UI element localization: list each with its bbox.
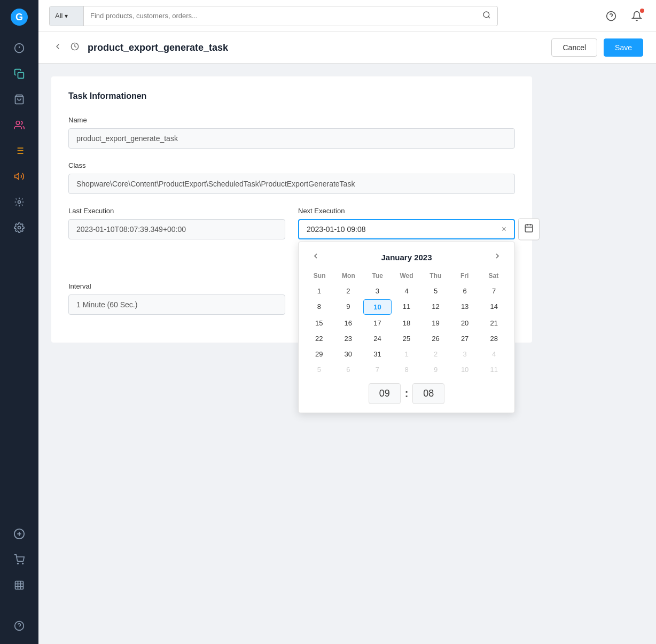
calendar-day[interactable]: 5 (421, 284, 450, 298)
help-button[interactable] (603, 7, 620, 25)
history-button[interactable] (68, 40, 81, 55)
svg-rect-5 (18, 73, 24, 79)
calendar-day[interactable]: 2 (334, 284, 363, 298)
time-hour[interactable]: 09 (369, 383, 401, 404)
cancel-button[interactable]: Cancel (551, 38, 597, 57)
next-execution-input[interactable] (307, 225, 499, 234)
name-row: Name (68, 116, 515, 149)
next-execution-group: Next Execution × (298, 207, 515, 239)
calendar-day[interactable]: 12 (421, 299, 450, 315)
sidebar-item-table[interactable] (7, 573, 31, 597)
notification-button[interactable] (628, 7, 645, 25)
calendar-day[interactable]: 23 (334, 331, 363, 346)
calendar-day[interactable]: 26 (421, 331, 450, 346)
last-execution-input[interactable] (68, 219, 285, 239)
sidebar-item-marketing[interactable] (7, 165, 31, 188)
calendar-day[interactable]: 8 (393, 362, 421, 377)
calendar-day[interactable]: 13 (451, 299, 479, 315)
calendar-day[interactable]: 11 (480, 362, 508, 377)
sidebar-item-customers[interactable] (7, 113, 31, 137)
sidebar-item-products[interactable] (7, 88, 31, 111)
next-execution-field[interactable]: × (298, 219, 515, 239)
calendar-day[interactable]: 14 (480, 299, 508, 315)
calendar-day[interactable]: 1 (393, 347, 421, 361)
save-button[interactable]: Save (604, 38, 643, 57)
calendar-day[interactable]: 5 (305, 362, 333, 377)
weekday-thu: Thu (421, 270, 450, 282)
clear-date-button[interactable]: × (502, 225, 506, 234)
interval-group: Interval (68, 282, 285, 315)
calendar-day[interactable]: 3 (451, 347, 479, 361)
calendar-day[interactable]: 24 (363, 331, 392, 346)
sidebar-item-help[interactable] (7, 614, 31, 638)
search-filter-dropdown[interactable]: All ▾ (50, 6, 84, 26)
calendar-day[interactable]: 10 (363, 299, 392, 315)
calendar-open-button[interactable] (518, 219, 540, 240)
calendar-day[interactable]: 28 (480, 331, 508, 346)
next-execution-calendar-wrapper: × (298, 219, 515, 239)
calendar-day[interactable]: 16 (334, 316, 363, 330)
calendar-day[interactable]: 4 (480, 347, 508, 361)
calendar-day[interactable]: 29 (305, 347, 333, 361)
calendar-prev-button[interactable] (307, 250, 324, 265)
calendar-day[interactable]: 25 (393, 331, 421, 346)
calendar-day[interactable]: 8 (305, 299, 333, 315)
svg-point-29 (483, 12, 489, 18)
weekday-tue: Tue (363, 270, 392, 282)
time-minute[interactable]: 08 (412, 383, 444, 404)
filter-label: All (55, 12, 63, 20)
name-label: Name (68, 116, 515, 124)
calendar-day[interactable]: 7 (363, 362, 392, 377)
calendar-day[interactable]: 3 (363, 284, 392, 298)
sidebar-item-dashboard[interactable] (7, 36, 31, 60)
class-input[interactable] (68, 174, 515, 194)
calendar-day[interactable]: 10 (451, 362, 479, 377)
svg-text:G: G (15, 12, 23, 22)
calendar-day[interactable]: 1 (305, 284, 333, 298)
app-logo[interactable]: G (9, 6, 30, 28)
sidebar-item-cart[interactable] (7, 548, 31, 571)
calendar-day[interactable]: 2 (421, 347, 450, 361)
calendar-day[interactable]: 9 (421, 362, 450, 377)
calendar-day[interactable]: 15 (305, 316, 333, 330)
sidebar-item-copy[interactable] (7, 62, 31, 86)
svg-point-7 (16, 121, 20, 125)
calendar-day[interactable]: 22 (305, 331, 333, 346)
calendar-day[interactable]: 7 (480, 284, 508, 298)
calendar-day[interactable]: 6 (334, 362, 363, 377)
calendar-day[interactable]: 21 (480, 316, 508, 330)
topbar: All ▾ (38, 0, 656, 32)
calendar-day[interactable]: 17 (363, 316, 392, 330)
back-button[interactable] (51, 40, 64, 55)
card-title: Task Informationen (68, 91, 515, 101)
sidebar: G (0, 0, 38, 644)
calendar-days: 1234567891011121314151617181920212223242… (305, 284, 508, 377)
svg-rect-22 (15, 581, 24, 589)
interval-label: Interval (68, 282, 285, 290)
sidebar-item-settings[interactable] (7, 216, 31, 239)
name-input[interactable] (68, 128, 515, 149)
calendar-day[interactable]: 20 (451, 316, 479, 330)
search-button[interactable] (476, 11, 497, 21)
calendar-day[interactable]: 6 (451, 284, 479, 298)
topbar-actions (603, 7, 645, 25)
calendar-day[interactable]: 11 (393, 299, 421, 315)
search-container: All ▾ (49, 6, 498, 26)
calendar-day[interactable]: 18 (393, 316, 421, 330)
calendar-day[interactable]: 4 (393, 284, 421, 298)
sidebar-item-add[interactable] (7, 522, 31, 546)
sidebar-item-content[interactable] (7, 139, 31, 162)
calendar-day[interactable]: 31 (363, 347, 392, 361)
search-input[interactable] (84, 12, 476, 20)
calendar-day[interactable]: 9 (334, 299, 363, 315)
weekday-sat: Sat (479, 270, 508, 282)
calendar-day[interactable]: 19 (421, 316, 450, 330)
chevron-down-icon: ▾ (65, 12, 68, 20)
calendar-next-button[interactable] (489, 250, 506, 265)
sidebar-item-plugins[interactable] (7, 190, 31, 214)
calendar-day[interactable]: 27 (451, 331, 479, 346)
calendar-day[interactable]: 30 (334, 347, 363, 361)
svg-point-16 (18, 227, 21, 229)
interval-input[interactable] (68, 294, 285, 315)
svg-point-15 (18, 201, 21, 204)
